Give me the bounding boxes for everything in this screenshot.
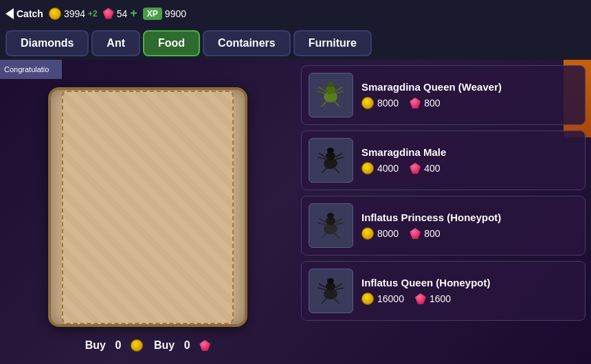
item-prices-3: 16000 1600 bbox=[361, 293, 578, 305]
list-item[interactable]: Smaragdina Queen (Weaver) 8000 800 bbox=[301, 65, 586, 125]
item-card-frame bbox=[48, 87, 247, 327]
price-coin-icon-0 bbox=[361, 97, 374, 109]
svg-line-5 bbox=[335, 87, 342, 91]
tab-ant[interactable]: Ant bbox=[91, 30, 140, 56]
item-prices-1: 4000 400 bbox=[361, 162, 578, 174]
main-content: Buy 0 Buy 0 bbox=[0, 60, 591, 364]
svg-point-11 bbox=[327, 148, 334, 153]
coin-price-group-3: 16000 bbox=[361, 293, 404, 305]
svg-line-21 bbox=[319, 218, 326, 223]
svg-line-6 bbox=[335, 91, 344, 93]
price-diamond-icon-3 bbox=[415, 293, 426, 304]
diamond-price-1: 400 bbox=[424, 163, 440, 174]
buy-controls: Buy 0 Buy 0 bbox=[80, 334, 216, 357]
svg-line-24 bbox=[335, 223, 344, 225]
item-name-0: Smaragdina Queen (Weaver) bbox=[361, 81, 578, 93]
svg-line-14 bbox=[335, 153, 342, 157]
list-item[interactable]: Smaragdina Male 4000 400 bbox=[301, 130, 586, 190]
svg-line-34 bbox=[322, 298, 327, 304]
item-name-2: Inflatus Princess (Honeypot) bbox=[361, 212, 578, 223]
item-thumbnail-1 bbox=[309, 138, 353, 183]
svg-line-17 bbox=[334, 168, 339, 173]
coins-bonus: +2 bbox=[88, 9, 98, 19]
catch-label: Catch bbox=[16, 8, 43, 19]
coin-price-1: 4000 bbox=[377, 163, 399, 174]
buy-diamond-icon bbox=[199, 340, 210, 351]
diamond-price-group-1: 400 bbox=[410, 163, 440, 174]
xp-value: 9900 bbox=[165, 8, 186, 19]
coins-value: 3994 bbox=[64, 8, 85, 19]
svg-point-29 bbox=[327, 278, 334, 284]
left-panel: Buy 0 Buy 0 bbox=[0, 60, 296, 364]
buy-coin-icon bbox=[131, 339, 143, 352]
xp-badge: XP bbox=[143, 8, 162, 20]
diamond-price-group-0: 800 bbox=[410, 98, 440, 109]
item-info-1: Smaragdina Male 4000 400 bbox=[361, 146, 578, 174]
diamond-price-0: 800 bbox=[424, 98, 440, 109]
coin-price-2: 8000 bbox=[377, 228, 399, 239]
tab-diamonds[interactable]: Diamonds bbox=[5, 30, 89, 56]
item-thumbnail-0 bbox=[309, 73, 353, 117]
price-diamond-icon-0 bbox=[410, 98, 421, 109]
tab-bar: Diamonds Ant Food Containers Furniture bbox=[0, 27, 591, 60]
svg-line-32 bbox=[335, 284, 342, 288]
coin-price-group-0: 8000 bbox=[361, 97, 399, 109]
svg-line-26 bbox=[334, 233, 339, 238]
item-info-0: Smaragdina Queen (Weaver) 8000 800 bbox=[361, 81, 578, 109]
coin-price-group-1: 4000 bbox=[361, 162, 399, 174]
svg-line-25 bbox=[322, 233, 327, 238]
diamond-price-group-3: 1600 bbox=[415, 293, 451, 304]
svg-line-15 bbox=[335, 157, 344, 159]
top-bar: Catch 3994 +2 54 + XP 9900 bbox=[0, 0, 591, 27]
buy-count-1[interactable]: 0 bbox=[111, 339, 125, 352]
svg-line-7 bbox=[322, 101, 327, 106]
diamond-icon bbox=[103, 8, 114, 19]
buy-count-2[interactable]: 0 bbox=[180, 339, 194, 352]
svg-line-35 bbox=[334, 298, 339, 304]
price-coin-icon-3 bbox=[361, 293, 374, 305]
item-info-3: Inflatus Queen (Honeypot) 16000 1600 bbox=[361, 277, 578, 305]
svg-line-31 bbox=[317, 288, 326, 290]
list-item[interactable]: Inflatus Princess (Honeypot) 8000 800 bbox=[301, 196, 586, 255]
coin-price-0: 8000 bbox=[377, 98, 399, 109]
svg-line-13 bbox=[317, 157, 326, 159]
ant-image-2 bbox=[312, 207, 350, 244]
svg-line-8 bbox=[334, 101, 339, 106]
svg-point-20 bbox=[327, 213, 334, 218]
tab-containers[interactable]: Containers bbox=[203, 30, 291, 56]
item-info-2: Inflatus Princess (Honeypot) 8000 800 bbox=[361, 212, 578, 240]
item-thumbnail-2 bbox=[309, 203, 353, 248]
list-item[interactable]: Inflatus Queen (Honeypot) 16000 1600 bbox=[301, 261, 586, 321]
congratulations-banner: Congratulatio bbox=[0, 60, 62, 79]
svg-line-16 bbox=[322, 168, 327, 173]
price-diamond-icon-1 bbox=[410, 163, 421, 174]
svg-line-12 bbox=[319, 153, 326, 157]
item-name-3: Inflatus Queen (Honeypot) bbox=[361, 277, 578, 288]
svg-line-3 bbox=[319, 87, 326, 91]
diamond-price-group-2: 800 bbox=[410, 228, 440, 239]
svg-line-22 bbox=[317, 223, 326, 225]
buy-label-2: Buy bbox=[154, 339, 175, 352]
price-diamond-icon-2 bbox=[410, 228, 421, 239]
svg-line-30 bbox=[319, 284, 326, 288]
svg-line-4 bbox=[317, 91, 326, 93]
add-diamonds-button[interactable]: + bbox=[130, 6, 137, 21]
tab-food[interactable]: Food bbox=[143, 30, 200, 56]
coin-price-3: 16000 bbox=[377, 293, 404, 304]
back-button[interactable]: Catch bbox=[5, 8, 43, 19]
xp-group: XP 9900 bbox=[143, 8, 186, 20]
tab-furniture[interactable]: Furniture bbox=[293, 30, 372, 56]
right-panel: Smaragdina Queen (Weaver) 8000 800 bbox=[296, 60, 591, 364]
back-arrow-icon bbox=[5, 8, 14, 19]
item-name-1: Smaragdina Male bbox=[361, 146, 578, 158]
svg-point-2 bbox=[327, 82, 334, 87]
price-coin-icon-2 bbox=[361, 227, 374, 240]
coin-icon bbox=[49, 8, 61, 20]
diamonds-group: 54 + bbox=[103, 6, 137, 21]
congrats-text: Congratulatio bbox=[4, 65, 49, 73]
item-prices-2: 8000 800 bbox=[361, 227, 578, 240]
ant-image-1 bbox=[312, 141, 350, 179]
buy-label-1: Buy bbox=[85, 339, 106, 352]
diamond-price-2: 800 bbox=[424, 228, 440, 239]
buy-coins-group: Buy 0 bbox=[85, 339, 143, 352]
